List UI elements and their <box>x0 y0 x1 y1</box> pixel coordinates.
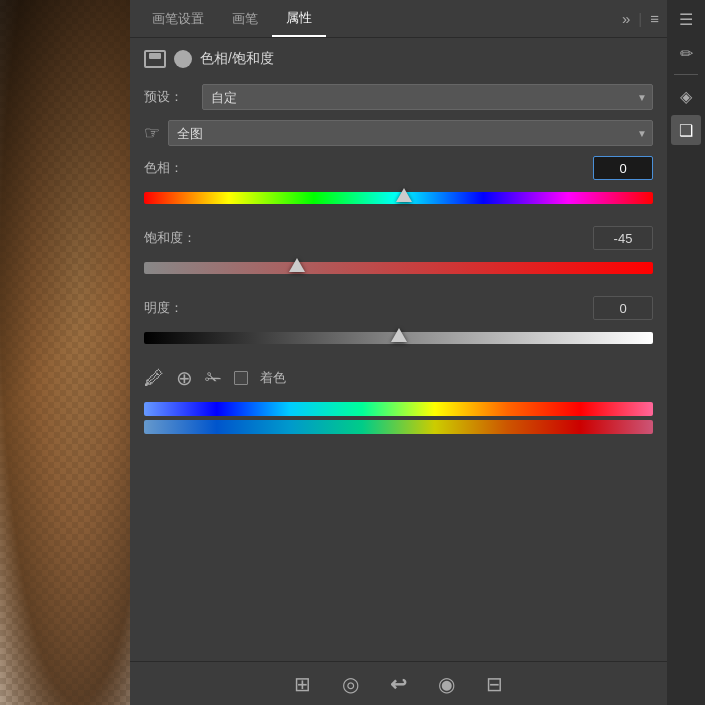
add-layer-button[interactable]: ⊞ <box>288 669 318 699</box>
sidebar-cube-btn[interactable]: ❑ <box>671 115 701 145</box>
menu-icon[interactable]: ≡ <box>650 10 659 27</box>
eyedropper-remove-icon[interactable]: ✁ <box>205 366 222 390</box>
color-bar-top <box>144 402 653 416</box>
colorize-label: 着色 <box>260 369 286 387</box>
circle-icon <box>174 50 192 68</box>
floppy-icon <box>144 50 166 68</box>
sidebar-divider <box>674 74 698 75</box>
hue-thumb[interactable] <box>396 188 412 202</box>
channel-select[interactable]: 全图 <box>168 120 653 146</box>
sat-thumb[interactable] <box>289 258 305 272</box>
color-bar-bottom <box>144 420 653 434</box>
tab-brush[interactable]: 画笔 <box>218 2 272 36</box>
bottom-toolbar: ⊞ ◎ ↩ ◉ ⊟ <box>130 661 667 705</box>
eyedropper-add-icon[interactable]: ⊕ <box>176 366 193 390</box>
sidebar-fill-btn[interactable]: ◈ <box>671 81 701 111</box>
channel-select-wrapper: 全图 ▼ <box>168 120 653 146</box>
panel-header: 色相/饱和度 <box>144 50 653 68</box>
sat-value-input[interactable] <box>593 226 653 250</box>
visibility-button[interactable]: ◎ <box>336 669 366 699</box>
main-panel: 画笔设置 画笔 属性 » | ≡ 色相/饱和度 预设： <box>130 0 667 705</box>
tools-row: 🖉 ⊕ ✁ 着色 <box>144 366 653 390</box>
preset-select[interactable]: 自定 <box>202 84 653 110</box>
saturation-section: 饱和度： <box>144 226 653 282</box>
hue-header: 色相： <box>144 156 653 180</box>
preset-label: 预设： <box>144 88 196 106</box>
expand-icon[interactable]: » <box>622 10 630 27</box>
preset-select-wrapper: 自定 ▼ <box>202 84 653 110</box>
tab-brush-settings[interactable]: 画笔设置 <box>138 2 218 36</box>
panel-title: 色相/饱和度 <box>200 50 274 68</box>
tab-properties[interactable]: 属性 <box>272 1 326 37</box>
preset-row: 预设： 自定 ▼ <box>144 84 653 110</box>
panel-body: 色相/饱和度 预设： 自定 ▼ ☞ 全图 ▼ <box>130 38 667 661</box>
brightness-value-input[interactable] <box>593 296 653 320</box>
brightness-thumb[interactable] <box>391 328 407 342</box>
sidebar-list-btn[interactable]: ☰ <box>671 4 701 34</box>
right-sidebar: ☰ ✏ ◈ ❑ <box>667 0 705 705</box>
hue-track-wrapper[interactable] <box>144 184 653 212</box>
hue-label: 色相： <box>144 159 183 177</box>
sat-track-wrapper[interactable] <box>144 254 653 282</box>
canvas-overlay <box>0 0 130 705</box>
channel-row: ☞ 全图 ▼ <box>144 120 653 146</box>
brightness-track-wrapper[interactable] <box>144 324 653 352</box>
colorize-checkbox[interactable] <box>234 371 248 385</box>
brightness-section: 明度： <box>144 296 653 352</box>
sat-label: 饱和度： <box>144 229 196 247</box>
brightness-label: 明度： <box>144 299 183 317</box>
sat-track <box>144 262 653 274</box>
eye-button[interactable]: ◉ <box>432 669 462 699</box>
hue-value-input[interactable] <box>593 156 653 180</box>
reset-button[interactable]: ↩ <box>384 669 414 699</box>
delete-button[interactable]: ⊟ <box>480 669 510 699</box>
color-bars <box>144 402 653 434</box>
canvas-area <box>0 0 130 705</box>
tab-bar: 画笔设置 画笔 属性 » | ≡ <box>130 0 667 38</box>
sat-header: 饱和度： <box>144 226 653 250</box>
eyedropper-icon[interactable]: 🖉 <box>144 367 164 390</box>
hand-icon: ☞ <box>144 122 160 144</box>
sidebar-brush-btn[interactable]: ✏ <box>671 38 701 68</box>
hue-section: 色相： <box>144 156 653 212</box>
brightness-header: 明度： <box>144 296 653 320</box>
root: 画笔设置 画笔 属性 » | ≡ 色相/饱和度 预设： <box>0 0 705 705</box>
